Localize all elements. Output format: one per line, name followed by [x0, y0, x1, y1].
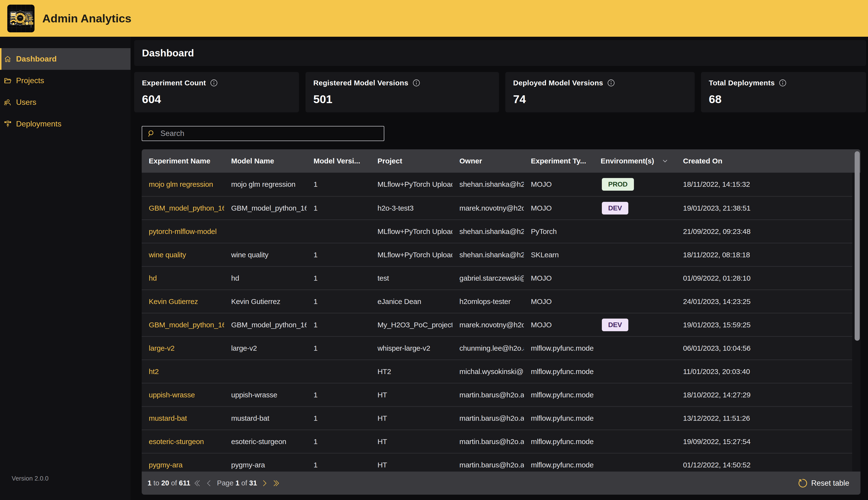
- first-page-button[interactable]: [192, 478, 202, 489]
- cell-created-on: 19/01/2023, 15:59:25: [676, 314, 860, 336]
- column-header-experiment-type[interactable]: Experiment Ty...: [524, 149, 593, 173]
- version-label: Version 2.0.0: [12, 475, 49, 482]
- range-start: 1: [148, 479, 151, 487]
- column-header-model-version[interactable]: Model Versi...: [306, 149, 370, 173]
- sidebar: Dashboard Projects: [0, 37, 130, 500]
- cell-experiment-name: Kevin Gutierrez: [142, 290, 224, 313]
- stat-value: 74: [513, 93, 526, 105]
- experiment-name-link[interactable]: large-v2: [149, 344, 174, 352]
- column-header-environments[interactable]: Environment(s): [593, 149, 676, 173]
- experiment-name-link[interactable]: hd: [149, 274, 157, 282]
- cell-environments: [593, 454, 676, 471]
- table-body: mojo glm regression mojo glm regression …: [142, 173, 860, 471]
- pagination-range: 1 to 20 of 611: [148, 479, 190, 487]
- range-end: 20: [161, 479, 169, 487]
- table-row[interactable]: GBM_model_python_1674 GBM_model_python_1…: [142, 196, 860, 219]
- sidebar-item-users[interactable]: Users: [0, 91, 130, 113]
- table-row[interactable]: mustard-bat mustard-bat 1 HT martin.baru…: [142, 406, 860, 430]
- column-label: Created On: [683, 157, 722, 165]
- cell-environments: DEV: [593, 314, 676, 336]
- cell-experiment-name: wine quality: [142, 243, 224, 266]
- cell-owner: martin.barus@h2o.ai: [452, 454, 524, 471]
- reset-table-button[interactable]: Reset table: [798, 471, 849, 495]
- previous-page-button[interactable]: [204, 478, 215, 489]
- cell-environments: [593, 430, 676, 453]
- cell-created-on: 19/01/2023, 21:38:51: [676, 197, 860, 219]
- search-input[interactable]: [142, 126, 384, 141]
- cell-model-version: [306, 360, 370, 383]
- experiment-name-link[interactable]: pytorch-mlflow-model: [149, 227, 217, 236]
- cell-experiment-name: mustard-bat: [142, 407, 224, 430]
- cell-created-on: 19/09/2022, 15:27:54: [676, 430, 860, 453]
- chevron-down-icon[interactable]: [661, 157, 669, 164]
- cell-project: HT: [370, 430, 452, 453]
- column-header-project[interactable]: Project: [370, 149, 452, 173]
- table-row[interactable]: mojo glm regression mojo glm regression …: [142, 173, 860, 196]
- cell-owner: marek.novotny@h2o.ai: [452, 197, 524, 219]
- cell-model-version: 1: [306, 243, 370, 266]
- cell-experiment-type: MOJO: [524, 197, 593, 219]
- cell-experiment-type: SKLearn: [524, 243, 593, 266]
- next-page-button[interactable]: [259, 478, 269, 489]
- cell-experiment-type: mlflow.pyfunc.model: [524, 384, 593, 406]
- experiment-name-link[interactable]: pygmy-ara: [149, 461, 183, 469]
- experiment-name-link[interactable]: esoteric-sturgeon: [149, 438, 204, 446]
- cell-environments: [593, 243, 676, 266]
- column-header-experiment-name[interactable]: Experiment Name: [142, 149, 224, 173]
- table-row[interactable]: ht2 HT2 michal.wysokinski@h2o.ai mlflow.…: [142, 360, 860, 383]
- cell-experiment-name: hd: [142, 267, 224, 289]
- page-heading-band: Dashboard: [134, 40, 866, 66]
- experiment-name-link[interactable]: ht2: [149, 367, 159, 376]
- table-row[interactable]: GBM_model_python_1674 GBM_model_python_1…: [142, 313, 860, 336]
- cell-environments: PROD: [593, 173, 676, 196]
- cell-project: MLflow+PyTorch Upload: [370, 173, 452, 196]
- column-label: Model Versi...: [314, 157, 360, 165]
- experiment-name-link[interactable]: GBM_model_python_1674: [149, 321, 224, 329]
- sidebar-item-label: Dashboard: [16, 55, 57, 64]
- column-header-model-name[interactable]: Model Name: [224, 149, 306, 173]
- page-title: Dashboard: [142, 47, 194, 59]
- folder-open-icon: [4, 77, 11, 84]
- table-row[interactable]: hd hd 1 test gabriel.starczewski@h2o.ai …: [142, 266, 860, 289]
- sidebar-item-label: Deployments: [16, 120, 61, 128]
- experiment-name-link[interactable]: mustard-bat: [149, 414, 187, 422]
- table-row[interactable]: esoteric-sturgeon esoteric-sturgeon 1 HT…: [142, 430, 860, 453]
- experiment-name-link[interactable]: wine quality: [149, 251, 186, 259]
- table-row[interactable]: pygmy-ara pygmy-ara 1 HT martin.barus@h2…: [142, 453, 860, 471]
- sidebar-item-projects[interactable]: Projects: [0, 70, 130, 91]
- column-header-created-on[interactable]: Created On: [676, 149, 860, 173]
- info-icon[interactable]: [607, 79, 615, 87]
- column-header-owner[interactable]: Owner: [452, 149, 524, 173]
- cell-created-on: 06/01/2023, 10:04:56: [676, 337, 860, 360]
- cell-project: test: [370, 267, 452, 289]
- cell-experiment-type: mlflow.pyfunc.model: [524, 337, 593, 360]
- reset-label: Reset table: [811, 479, 849, 488]
- cell-owner: martin.barus@h2o.ai: [452, 407, 524, 430]
- cell-owner: h2omlops-tester: [452, 290, 524, 313]
- table-row[interactable]: pytorch-mlflow-model MLflow+PyTorch Uplo…: [142, 219, 860, 243]
- cell-created-on: 01/12/2022, 14:50:52: [676, 454, 860, 471]
- info-icon[interactable]: [210, 79, 218, 87]
- table-row[interactable]: wine quality wine quality 1 MLflow+PyTor…: [142, 243, 860, 266]
- cell-owner: gabriel.starczewski@h2o.ai: [452, 267, 524, 289]
- table-row[interactable]: Kevin Gutierrez Kevin Gutierrez 1 eJanic…: [142, 289, 860, 313]
- experiment-name-link[interactable]: uppish-wrasse: [149, 391, 195, 399]
- sidebar-item-deployments[interactable]: Deployments: [0, 113, 130, 135]
- info-icon[interactable]: [779, 79, 786, 87]
- stat-card-deployed-model-versions: Deployed Model Versions 74: [505, 72, 695, 112]
- cell-experiment-name: ht2: [142, 360, 224, 383]
- info-icon[interactable]: [413, 79, 420, 87]
- cell-created-on: 01/09/2022, 01:28:10: [676, 267, 860, 289]
- cell-environments: [593, 337, 676, 360]
- sidebar-item-dashboard[interactable]: Dashboard: [0, 48, 130, 70]
- experiment-name-link[interactable]: GBM_model_python_1674: [149, 204, 224, 212]
- table-row[interactable]: large-v2 large-v2 1 whisper-large-v2 chu…: [142, 336, 860, 360]
- experiment-name-link[interactable]: Kevin Gutierrez: [149, 297, 198, 306]
- table-row[interactable]: uppish-wrasse uppish-wrasse 1 HT martin.…: [142, 383, 860, 406]
- cell-owner: shehan.ishanka@h2o.ai: [452, 220, 524, 243]
- last-page-button[interactable]: [271, 478, 282, 489]
- table-scrollbar-thumb[interactable]: [855, 151, 860, 341]
- experiment-name-link[interactable]: mojo glm regression: [149, 180, 213, 189]
- cell-project: h2o-3-test3: [370, 197, 452, 219]
- environment-badge: PROD: [602, 178, 634, 191]
